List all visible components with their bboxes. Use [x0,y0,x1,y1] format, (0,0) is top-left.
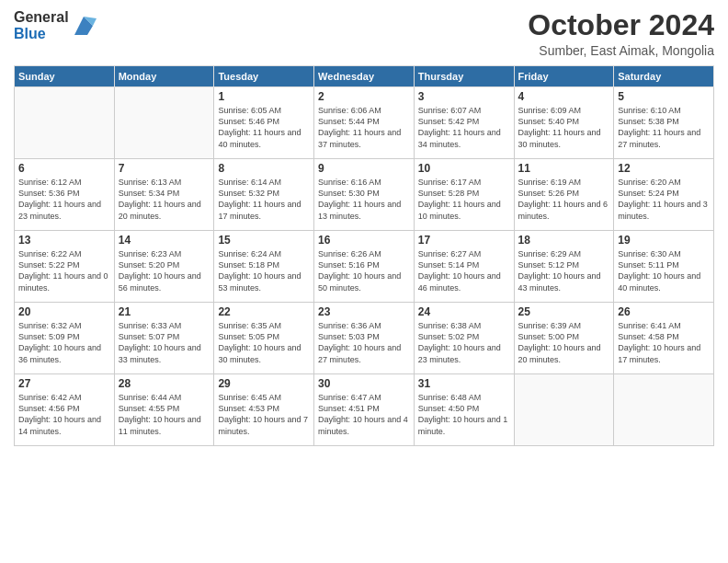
day-info: Sunrise: 6:27 AM Sunset: 5:14 PM Dayligh… [418,248,510,293]
col-wednesday: Wednesday [314,66,415,87]
day-cell: 4Sunrise: 6:09 AM Sunset: 5:40 PM Daylig… [514,87,614,159]
day-info: Sunrise: 6:24 AM Sunset: 5:18 PM Dayligh… [218,248,310,293]
logo-icon [71,13,97,39]
day-cell [514,374,614,446]
day-number: 11 [518,162,610,175]
subtitle: Sumber, East Aimak, Mongolia [528,43,714,58]
day-number: 21 [119,305,210,318]
day-number: 27 [18,377,110,390]
day-cell: 1Sunrise: 6:05 AM Sunset: 5:46 PM Daylig… [214,87,314,159]
logo: General Blue [14,9,97,41]
day-number: 30 [318,377,410,390]
day-cell: 13Sunrise: 6:22 AM Sunset: 5:22 PM Dayli… [15,231,115,303]
day-number: 4 [518,90,610,103]
day-number: 19 [618,234,710,247]
day-number: 23 [318,305,410,318]
week-row-0: 1Sunrise: 6:05 AM Sunset: 5:46 PM Daylig… [15,87,714,159]
day-number: 6 [18,162,110,175]
day-info: Sunrise: 6:30 AM Sunset: 5:11 PM Dayligh… [618,248,710,293]
day-cell: 30Sunrise: 6:47 AM Sunset: 4:51 PM Dayli… [314,374,415,446]
page: General Blue October 2024 Sumber, East A… [0,0,728,563]
day-info: Sunrise: 6:48 AM Sunset: 4:50 PM Dayligh… [418,392,510,437]
day-cell: 11Sunrise: 6:19 AM Sunset: 5:26 PM Dayli… [514,159,614,231]
day-info: Sunrise: 6:39 AM Sunset: 5:00 PM Dayligh… [518,320,610,365]
main-title: October 2024 [528,9,714,41]
day-info: Sunrise: 6:41 AM Sunset: 4:58 PM Dayligh… [618,320,710,365]
day-info: Sunrise: 6:17 AM Sunset: 5:28 PM Dayligh… [418,177,510,222]
day-cell: 22Sunrise: 6:35 AM Sunset: 5:05 PM Dayli… [214,303,314,374]
day-cell: 20Sunrise: 6:32 AM Sunset: 5:09 PM Dayli… [15,303,115,374]
day-cell: 12Sunrise: 6:20 AM Sunset: 5:24 PM Dayli… [614,159,714,231]
day-info: Sunrise: 6:36 AM Sunset: 5:03 PM Dayligh… [318,320,410,365]
day-info: Sunrise: 6:23 AM Sunset: 5:20 PM Dayligh… [119,248,210,293]
day-number: 20 [18,305,110,318]
day-number: 18 [518,234,610,247]
day-number: 15 [218,234,310,247]
day-cell: 3Sunrise: 6:07 AM Sunset: 5:42 PM Daylig… [414,87,514,159]
col-monday: Monday [114,66,214,87]
day-info: Sunrise: 6:20 AM Sunset: 5:24 PM Dayligh… [618,177,710,222]
day-cell: 2Sunrise: 6:06 AM Sunset: 5:44 PM Daylig… [314,87,415,159]
day-cell: 25Sunrise: 6:39 AM Sunset: 5:00 PM Dayli… [514,303,614,374]
day-number: 22 [218,305,310,318]
week-row-4: 27Sunrise: 6:42 AM Sunset: 4:56 PM Dayli… [15,374,714,446]
day-info: Sunrise: 6:19 AM Sunset: 5:26 PM Dayligh… [518,177,610,222]
logo-text: General Blue [14,9,69,41]
day-info: Sunrise: 6:33 AM Sunset: 5:07 PM Dayligh… [119,320,210,365]
day-info: Sunrise: 6:44 AM Sunset: 4:55 PM Dayligh… [119,392,210,437]
logo-general: General [14,9,69,26]
day-info: Sunrise: 6:09 AM Sunset: 5:40 PM Dayligh… [518,105,610,150]
day-info: Sunrise: 6:42 AM Sunset: 4:56 PM Dayligh… [18,392,110,437]
week-row-3: 20Sunrise: 6:32 AM Sunset: 5:09 PM Dayli… [15,303,714,374]
day-info: Sunrise: 6:45 AM Sunset: 4:53 PM Dayligh… [218,392,310,437]
col-friday: Friday [514,66,614,87]
day-info: Sunrise: 6:14 AM Sunset: 5:32 PM Dayligh… [218,177,310,222]
day-cell: 24Sunrise: 6:38 AM Sunset: 5:02 PM Dayli… [414,303,514,374]
day-info: Sunrise: 6:07 AM Sunset: 5:42 PM Dayligh… [418,105,510,150]
day-cell: 26Sunrise: 6:41 AM Sunset: 4:58 PM Dayli… [614,303,714,374]
day-number: 13 [18,234,110,247]
day-cell [15,87,115,159]
day-number: 2 [318,90,410,103]
calendar-body: 1Sunrise: 6:05 AM Sunset: 5:46 PM Daylig… [15,87,714,446]
day-info: Sunrise: 6:35 AM Sunset: 5:05 PM Dayligh… [218,320,310,365]
day-number: 26 [618,305,710,318]
day-cell: 7Sunrise: 6:13 AM Sunset: 5:34 PM Daylig… [114,159,214,231]
day-info: Sunrise: 6:05 AM Sunset: 5:46 PM Dayligh… [218,105,310,150]
day-number: 9 [318,162,410,175]
day-info: Sunrise: 6:47 AM Sunset: 4:51 PM Dayligh… [318,392,410,437]
day-number: 17 [418,234,510,247]
day-number: 31 [418,377,510,390]
day-cell: 9Sunrise: 6:16 AM Sunset: 5:30 PM Daylig… [314,159,415,231]
day-number: 29 [218,377,310,390]
day-info: Sunrise: 6:22 AM Sunset: 5:22 PM Dayligh… [18,248,110,293]
day-number: 1 [218,90,310,103]
day-cell: 10Sunrise: 6:17 AM Sunset: 5:28 PM Dayli… [414,159,514,231]
day-number: 5 [618,90,710,103]
day-number: 7 [119,162,210,175]
day-cell: 28Sunrise: 6:44 AM Sunset: 4:55 PM Dayli… [114,374,214,446]
day-info: Sunrise: 6:29 AM Sunset: 5:12 PM Dayligh… [518,248,610,293]
day-info: Sunrise: 6:06 AM Sunset: 5:44 PM Dayligh… [318,105,410,150]
day-number: 16 [318,234,410,247]
col-saturday: Saturday [614,66,714,87]
header: General Blue October 2024 Sumber, East A… [14,9,714,58]
col-sunday: Sunday [15,66,115,87]
day-info: Sunrise: 6:26 AM Sunset: 5:16 PM Dayligh… [318,248,410,293]
day-cell: 16Sunrise: 6:26 AM Sunset: 5:16 PM Dayli… [314,231,415,303]
day-cell: 14Sunrise: 6:23 AM Sunset: 5:20 PM Dayli… [114,231,214,303]
week-row-1: 6Sunrise: 6:12 AM Sunset: 5:36 PM Daylig… [15,159,714,231]
day-cell: 18Sunrise: 6:29 AM Sunset: 5:12 PM Dayli… [514,231,614,303]
day-number: 3 [418,90,510,103]
day-cell: 29Sunrise: 6:45 AM Sunset: 4:53 PM Dayli… [214,374,314,446]
day-cell: 6Sunrise: 6:12 AM Sunset: 5:36 PM Daylig… [15,159,115,231]
day-number: 28 [119,377,210,390]
day-info: Sunrise: 6:10 AM Sunset: 5:38 PM Dayligh… [618,105,710,150]
day-cell: 17Sunrise: 6:27 AM Sunset: 5:14 PM Dayli… [414,231,514,303]
day-info: Sunrise: 6:16 AM Sunset: 5:30 PM Dayligh… [318,177,410,222]
col-tuesday: Tuesday [214,66,314,87]
day-info: Sunrise: 6:13 AM Sunset: 5:34 PM Dayligh… [119,177,210,222]
day-cell: 21Sunrise: 6:33 AM Sunset: 5:07 PM Dayli… [114,303,214,374]
day-cell: 27Sunrise: 6:42 AM Sunset: 4:56 PM Dayli… [15,374,115,446]
day-info: Sunrise: 6:38 AM Sunset: 5:02 PM Dayligh… [418,320,510,365]
